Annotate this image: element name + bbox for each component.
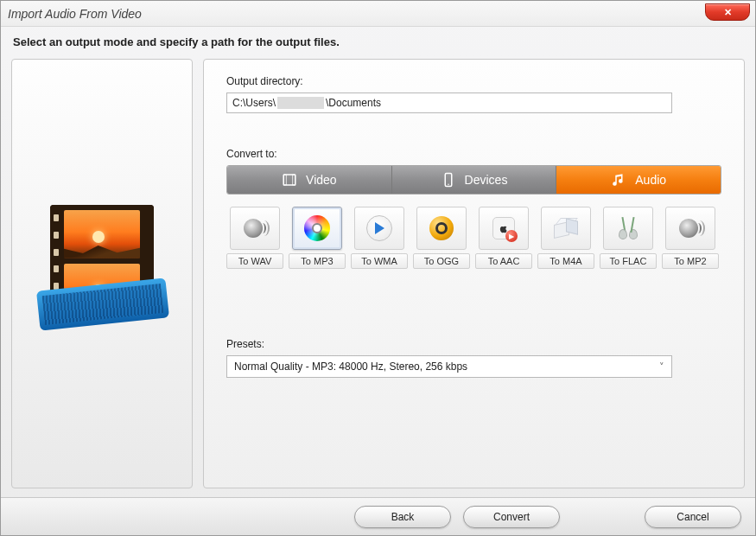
format-m4a[interactable]: To M4A [537,207,594,269]
format-mp2[interactable]: To MP2 [662,207,719,269]
svg-point-4 [448,184,449,186]
output-path-redacted [277,97,324,109]
output-directory-input[interactable]: C:\Users\\Documents [226,93,672,113]
presets-dropdown[interactable]: Normal Quality - MP3: 48000 Hz, Stereo, … [226,355,672,378]
close-icon: ✕ [724,7,732,18]
chevron-down-icon: ˅ [659,361,664,373]
presets-value: Normal Quality - MP3: 48000 Hz, Stereo, … [234,361,467,373]
presets-section: Presets: Normal Quality - MP3: 48000 Hz,… [226,338,721,378]
tab-devices[interactable]: Devices [392,166,557,194]
dialog-footer: Back Convert Cancel [1,497,755,535]
apple-icon: ▶ [492,217,515,239]
presets-label: Presets: [226,338,721,350]
format-aac[interactable]: ▶ To AAC [475,207,532,269]
earbuds-icon [615,215,641,241]
cancel-button[interactable]: Cancel [645,506,741,528]
main-panel: Output directory: C:\Users\\Documents Co… [203,59,745,488]
close-button[interactable]: ✕ [705,3,750,21]
filmstrip-illustration [41,205,162,343]
ogg-icon [429,216,454,240]
sidebar-illustration-panel [11,59,193,488]
format-wma-label: To WMA [351,253,408,269]
media-player-icon [366,215,392,241]
convert-to-section: Convert to: Video Devices Audio [226,148,721,269]
device-icon [441,172,456,188]
tab-devices-label: Devices [465,173,508,187]
dialog-window: Import Audio From Video ✕ Select an outp… [0,0,756,536]
music-note-icon [611,172,626,188]
format-mp3-label: To MP3 [289,253,346,269]
format-m4a-label: To M4A [537,253,594,269]
box-icon [554,218,578,239]
back-button[interactable]: Back [354,506,451,528]
format-ogg-label: To OGG [413,253,470,269]
svg-rect-0 [283,175,295,185]
tab-video[interactable]: Video [227,166,392,194]
tab-audio-label: Audio [635,173,666,187]
output-path-suffix: \Documents [326,97,381,109]
speaker-icon [677,215,703,241]
format-grid: To WAV To MP3 To WMA To OGG [226,207,721,269]
video-icon [282,172,297,188]
convert-button[interactable]: Convert [463,506,560,528]
format-aac-label: To AAC [475,253,532,269]
format-flac-label: To FLAC [600,253,657,269]
format-ogg[interactable]: To OGG [413,207,470,269]
format-flac[interactable]: To FLAC [600,207,657,269]
cd-icon [304,215,330,241]
titlebar: Import Audio From Video ✕ [1,1,755,27]
tab-video-label: Video [306,173,337,187]
window-title: Import Audio From Video [8,7,142,21]
format-mp2-label: To MP2 [662,253,719,269]
category-tabs: Video Devices Audio [226,165,721,195]
format-wav[interactable]: To WAV [226,207,283,269]
output-directory-label: Output directory: [226,75,721,87]
format-wav-label: To WAV [226,253,283,269]
format-mp3[interactable]: To MP3 [289,207,346,269]
format-wma[interactable]: To WMA [351,207,408,269]
tab-audio[interactable]: Audio [556,166,721,194]
dialog-body: Output directory: C:\Users\\Documents Co… [1,54,755,497]
instruction-text: Select an output mode and specify a path… [1,27,755,54]
output-directory-section: Output directory: C:\Users\\Documents [226,75,721,113]
convert-to-label: Convert to: [226,148,721,160]
output-path-prefix: C:\Users\ [232,97,276,109]
speaker-icon [242,215,268,241]
